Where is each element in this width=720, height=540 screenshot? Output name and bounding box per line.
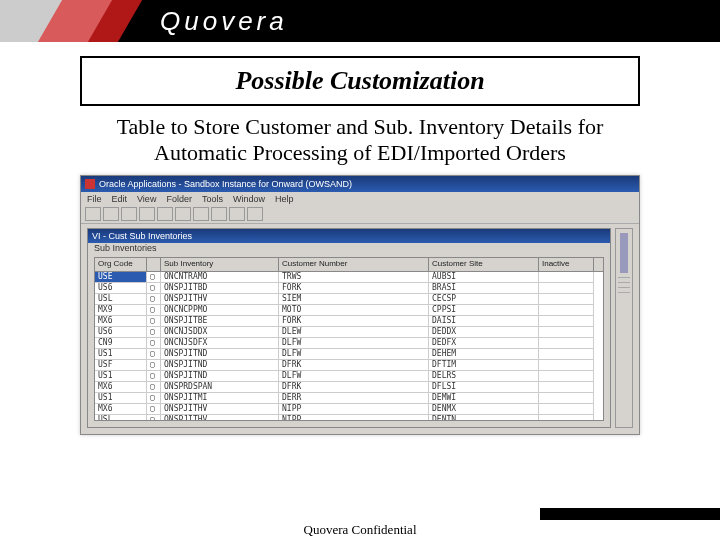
cell-org-code[interactable]: US6 [95, 327, 147, 338]
cell-inactive[interactable] [539, 327, 594, 338]
cell-org-code[interactable]: MX9 [95, 305, 147, 316]
cell-sub-inventory[interactable]: ONSPRDSPAN [161, 382, 279, 393]
toolbar-button[interactable] [247, 207, 263, 221]
cell-customer-number[interactable]: DERR [279, 393, 429, 404]
cell-customer-site[interactable]: DEHEM [429, 349, 539, 360]
cell-sub-inventory[interactable]: ONCNCPPMO [161, 305, 279, 316]
table-row[interactable]: USL▢ONSPJITHVNIPPDENTN [95, 415, 603, 421]
cell-org-code[interactable]: US1 [95, 393, 147, 404]
cell-inactive[interactable] [539, 382, 594, 393]
cell-customer-site[interactable]: DELRS [429, 371, 539, 382]
toolbar-button[interactable] [85, 207, 101, 221]
cell-customer-number[interactable]: DFRK [279, 360, 429, 371]
toolbar-button[interactable] [193, 207, 209, 221]
cell-sub-inventory[interactable]: ONSPJITND [161, 349, 279, 360]
table-row[interactable]: MX9▢ONCNCPPMOMOTOCPPSI [95, 305, 603, 316]
menu-edit[interactable]: Edit [112, 194, 128, 204]
cell-org-code[interactable]: MX6 [95, 382, 147, 393]
cell-inactive[interactable] [539, 404, 594, 415]
cell-customer-site[interactable]: DEDFX [429, 338, 539, 349]
table-row[interactable]: US1▢ONSPJITNDDLFWDELRS [95, 371, 603, 382]
cell-customer-number[interactable]: NIPP [279, 404, 429, 415]
cell-folder-icon[interactable]: ▢ [147, 316, 161, 327]
table-row[interactable]: US6▢ONSPJITBDFORKBRASI [95, 283, 603, 294]
cell-sub-inventory[interactable]: ONSPJITHV [161, 415, 279, 421]
cell-org-code[interactable]: US1 [95, 349, 147, 360]
cell-sub-inventory[interactable]: ONSPJITHV [161, 404, 279, 415]
cell-folder-icon[interactable]: ▢ [147, 294, 161, 305]
cell-customer-number[interactable]: DLFW [279, 349, 429, 360]
table-row[interactable]: MX6▢ONSPRDSPANDFRKDFLSI [95, 382, 603, 393]
cell-folder-icon[interactable]: ▢ [147, 349, 161, 360]
cell-customer-number[interactable]: DFRK [279, 382, 429, 393]
toolbar-button[interactable] [229, 207, 245, 221]
menu-view[interactable]: View [137, 194, 156, 204]
menu-file[interactable]: File [87, 194, 102, 204]
cell-org-code[interactable]: MX6 [95, 316, 147, 327]
cell-folder-icon[interactable]: ▢ [147, 404, 161, 415]
cell-inactive[interactable] [539, 371, 594, 382]
cell-sub-inventory[interactable]: ONSPJITBD [161, 283, 279, 294]
toolbar-button[interactable] [157, 207, 173, 221]
cell-inactive[interactable] [539, 415, 594, 421]
cell-customer-number[interactable]: TRWS [279, 272, 429, 283]
cell-org-code[interactable]: USE [95, 272, 147, 283]
cell-customer-site[interactable]: CECSP [429, 294, 539, 305]
cell-customer-number[interactable]: FORK [279, 283, 429, 294]
menu-folder[interactable]: Folder [166, 194, 192, 204]
cell-customer-site[interactable]: BRASI [429, 283, 539, 294]
menu-help[interactable]: Help [275, 194, 294, 204]
cell-org-code[interactable]: USL [95, 415, 147, 421]
table-row[interactable]: USL▢ONSPJITHVSIEMCECSP [95, 294, 603, 305]
cell-inactive[interactable] [539, 294, 594, 305]
cell-folder-icon[interactable]: ▢ [147, 393, 161, 404]
cell-customer-number[interactable]: DLEW [279, 327, 429, 338]
cell-customer-site[interactable]: DAISI [429, 316, 539, 327]
cell-folder-icon[interactable]: ▢ [147, 283, 161, 294]
cell-customer-site[interactable]: DENTN [429, 415, 539, 421]
cell-customer-site[interactable]: DFLSI [429, 382, 539, 393]
cell-sub-inventory[interactable]: ONCNJSDFX [161, 338, 279, 349]
cell-folder-icon[interactable]: ▢ [147, 338, 161, 349]
cell-org-code[interactable]: USF [95, 360, 147, 371]
table-row[interactable]: USF▢ONSPJITNDDFRKDFTIM [95, 360, 603, 371]
toolbar-button[interactable] [103, 207, 119, 221]
table-row[interactable]: MX6▢ONSPJITHVNIPPDENMX [95, 404, 603, 415]
table-row[interactable]: US6▢ONCNJSDDXDLEWDEDDX [95, 327, 603, 338]
cell-inactive[interactable] [539, 393, 594, 404]
cell-org-code[interactable]: MX6 [95, 404, 147, 415]
cell-org-code[interactable]: US6 [95, 283, 147, 294]
cell-customer-number[interactable]: SIEM [279, 294, 429, 305]
cell-customer-number[interactable]: FORK [279, 316, 429, 327]
table-row[interactable]: US1▢ONSPJITMIDERRDEMWI [95, 393, 603, 404]
cell-customer-number[interactable]: DLFW [279, 371, 429, 382]
cell-folder-icon[interactable]: ▢ [147, 360, 161, 371]
toolbar-button[interactable] [139, 207, 155, 221]
cell-folder-icon[interactable]: ▢ [147, 272, 161, 283]
cell-customer-number[interactable]: DLFW [279, 338, 429, 349]
menu-window[interactable]: Window [233, 194, 265, 204]
cell-customer-site[interactable]: DEDDX [429, 327, 539, 338]
cell-sub-inventory[interactable]: ONSPJITND [161, 371, 279, 382]
cell-org-code[interactable]: CN9 [95, 338, 147, 349]
cell-folder-icon[interactable]: ▢ [147, 327, 161, 338]
cell-sub-inventory[interactable]: ONCNTRAMO [161, 272, 279, 283]
cell-folder-icon[interactable]: ▢ [147, 415, 161, 421]
cell-inactive[interactable] [539, 316, 594, 327]
cell-folder-icon[interactable]: ▢ [147, 305, 161, 316]
cell-sub-inventory[interactable]: ONSPJITHV [161, 294, 279, 305]
menu-tools[interactable]: Tools [202, 194, 223, 204]
cell-customer-site[interactable]: DENMX [429, 404, 539, 415]
table-row[interactable]: CN9▢ONCNJSDFXDLFWDEDFX [95, 338, 603, 349]
cell-customer-number[interactable]: MOTO [279, 305, 429, 316]
toolbar-button[interactable] [211, 207, 227, 221]
cell-folder-icon[interactable]: ▢ [147, 382, 161, 393]
toolbar-button[interactable] [175, 207, 191, 221]
cell-sub-inventory[interactable]: ONSPJITBE [161, 316, 279, 327]
cell-sub-inventory[interactable]: ONSPJITND [161, 360, 279, 371]
cell-inactive[interactable] [539, 305, 594, 316]
cell-sub-inventory[interactable]: ONSPJITMI [161, 393, 279, 404]
cell-customer-site[interactable]: AUBSI [429, 272, 539, 283]
table-row[interactable]: US1▢ONSPJITNDDLFWDEHEM [95, 349, 603, 360]
cell-org-code[interactable]: USL [95, 294, 147, 305]
